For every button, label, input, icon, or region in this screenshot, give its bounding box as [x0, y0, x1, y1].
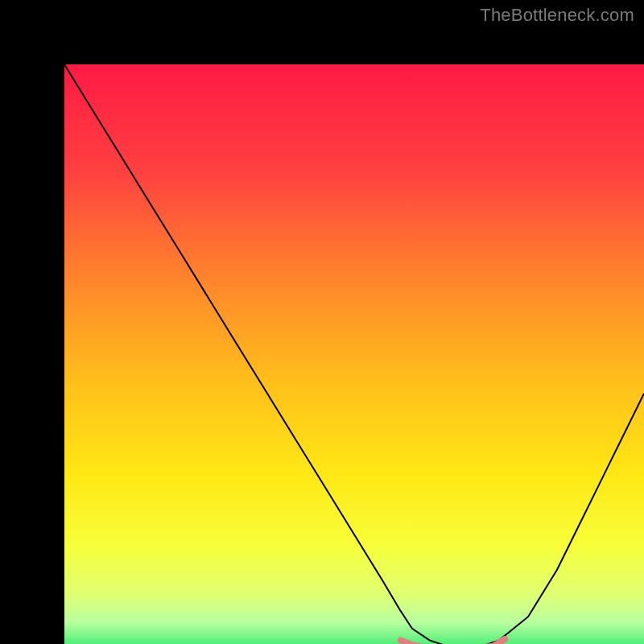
- chart-plot: [64, 64, 644, 644]
- chart-frame: [0, 0, 644, 644]
- gradient-background: [64, 64, 644, 644]
- watermark-text: TheBottleneck.com: [480, 5, 634, 26]
